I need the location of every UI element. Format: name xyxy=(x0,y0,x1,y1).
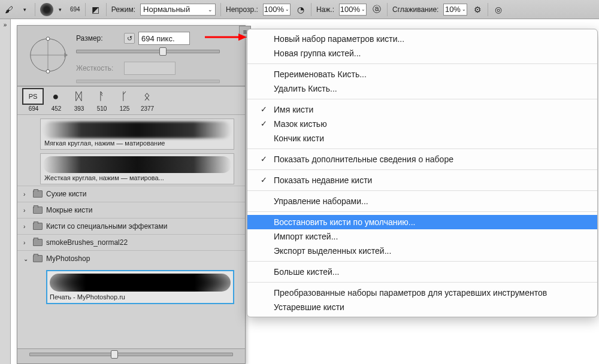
chevron-right-icon: › xyxy=(23,191,29,198)
menu-delete-brush[interactable]: Удалить Кисть... xyxy=(247,81,597,96)
brush-preset-picker[interactable]: ▾ xyxy=(40,3,65,16)
slider-thumb[interactable] xyxy=(111,350,118,359)
menu-brush-stroke[interactable]: Мазок кистью xyxy=(247,117,597,131)
svg-marker-7 xyxy=(238,34,247,41)
menu-legacy-brushes[interactable]: Устаревшие кисти xyxy=(247,300,597,314)
pressure-opacity-icon[interactable]: ◔ xyxy=(295,4,306,15)
gear-icon[interactable]: ⚙ xyxy=(472,4,483,15)
brush-settings-icon[interactable]: ◩ xyxy=(90,4,101,15)
menu-preset-manager[interactable]: Управление наборами... xyxy=(247,194,597,208)
left-sidebar: » xyxy=(0,19,11,364)
brush-preview-icon xyxy=(40,3,53,16)
separator xyxy=(311,3,311,16)
folder-icon xyxy=(33,239,43,246)
menu-import-brushes[interactable]: Импорт кистей... xyxy=(247,229,597,244)
brush-folder[interactable]: ›smokeBrushes_normal22 xyxy=(17,234,245,250)
size-slider[interactable] xyxy=(76,50,220,53)
recent-brush-item[interactable]: ᛞ393 xyxy=(68,88,90,112)
recent-brush-item[interactable]: ᚴ125 xyxy=(113,88,136,112)
reset-size-button[interactable]: ↺ xyxy=(124,33,135,44)
brush-folder[interactable]: ›Сухие кисти xyxy=(17,186,245,202)
menu-separator xyxy=(247,99,597,99)
size-label: Размер: xyxy=(76,34,120,43)
svg-point-3 xyxy=(46,37,50,41)
menu-brush-name[interactable]: Имя кисти xyxy=(247,102,597,117)
pressure-size-icon[interactable]: ◎ xyxy=(493,4,504,15)
flow-label: Наж.: xyxy=(316,5,334,14)
menu-separator xyxy=(247,282,597,283)
blend-mode-dropdown[interactable]: Нормальный ⌄ xyxy=(140,4,216,16)
folder-name: smokeBrushes_normal22 xyxy=(46,238,128,247)
recent-brush-item[interactable]: PS694 xyxy=(22,88,45,112)
brush-list[interactable]: Мягкая круглая, нажим — матирование Жест… xyxy=(17,115,245,348)
brush-preview-item-selected[interactable]: Печать - MyPhotoshop.ru xyxy=(46,270,234,304)
brush-preset-panel: ≡ Размер: ↺ 694 пикс. Жесткость: xyxy=(17,25,246,364)
recent-brush-size: 510 xyxy=(90,105,113,112)
chevron-down-icon: ⌄ xyxy=(23,256,29,262)
brush-folder[interactable]: ›Кисти со специальными эффектами xyxy=(17,218,245,234)
smoothing-field[interactable]: 10%⌄ xyxy=(443,4,467,16)
brush-tool-icon[interactable]: 🖌 xyxy=(4,4,14,15)
menu-separator xyxy=(247,63,597,64)
menu-separator xyxy=(247,211,597,212)
separator xyxy=(488,3,488,16)
chevron-down-icon: ⌄ xyxy=(208,7,213,13)
recent-brush-item[interactable]: ●452 xyxy=(45,88,68,112)
brush-preview-item[interactable]: Жесткая круглая, нажим — матирова... xyxy=(40,153,234,184)
chevron-down-icon: ⌄ xyxy=(285,7,289,12)
slider-thumb[interactable] xyxy=(159,47,167,56)
folder-name: Мокрые кисти xyxy=(46,206,93,214)
chevron-right-icon: › xyxy=(23,207,29,214)
annotation-arrow xyxy=(204,31,248,43)
preview-size-slider-row xyxy=(17,349,245,357)
recent-brush-size: 452 xyxy=(45,105,68,112)
menu-separator xyxy=(247,190,597,191)
menu-show-additional-info[interactable]: Показать дополнительные сведения о набор… xyxy=(247,152,597,166)
menu-new-group[interactable]: Новая группа кистей... xyxy=(247,46,597,60)
menu-show-recent[interactable]: Показать недавние кисти xyxy=(247,173,597,187)
menu-separator xyxy=(247,148,597,149)
separator xyxy=(35,3,35,16)
brush-size-label: 694 xyxy=(70,6,80,13)
airbrush-icon[interactable]: ⓐ xyxy=(371,4,382,15)
menu-rename-brush[interactable]: Переименовать Кисть... xyxy=(247,67,597,81)
folder-icon xyxy=(33,190,43,198)
recent-brush-size: 393 xyxy=(68,105,90,112)
recent-brush-item[interactable]: ᚨ510 xyxy=(90,88,113,112)
brush-folder[interactable]: ⌄MyPhotoshop xyxy=(17,250,245,266)
menu-restore-default-brushes[interactable]: Восстановить кисти по умолчанию... xyxy=(247,215,597,229)
folder-icon xyxy=(33,255,43,262)
brush-stroke-preview xyxy=(50,274,231,292)
menu-converted-legacy[interactable]: Преобразованные наборы параметров для ус… xyxy=(247,286,597,300)
brush-angle-preview[interactable] xyxy=(25,32,71,78)
menu-brush-tip[interactable]: Кончик кисти xyxy=(247,131,597,145)
chevron-right-icon: › xyxy=(23,223,29,230)
brush-folder[interactable]: ›Мокрые кисти xyxy=(17,202,245,218)
mode-label: Режим: xyxy=(111,5,135,14)
folder-name: Сухие кисти xyxy=(46,190,87,198)
separator xyxy=(220,3,221,16)
svg-point-4 xyxy=(46,69,50,73)
brush-preview-item[interactable]: Мягкая круглая, нажим — матирование xyxy=(40,119,234,150)
menu-export-brushes[interactable]: Экспорт выделенных кистей... xyxy=(247,244,597,258)
flow-value: 100% xyxy=(340,5,360,14)
svg-marker-5 xyxy=(64,53,68,57)
blend-mode-value: Нормальный xyxy=(143,5,190,14)
recent-brush-size: 694 xyxy=(22,105,45,112)
separator xyxy=(106,3,107,16)
folder-icon xyxy=(33,207,43,214)
folder-name: Кисти со специальными эффектами xyxy=(46,222,168,230)
opacity-field[interactable]: 100%⌄ xyxy=(263,4,291,16)
chevron-down-icon[interactable]: ▾ xyxy=(19,4,30,15)
expand-icon[interactable]: » xyxy=(0,19,10,28)
menu-new-preset[interactable]: Новый набор параметров кисти... xyxy=(247,32,597,46)
recent-brush-item[interactable]: ᛟ2377 xyxy=(136,88,159,112)
menu-more-brushes[interactable]: Больше кистей... xyxy=(247,265,597,279)
brush-stroke-preview xyxy=(43,122,231,138)
folder-icon xyxy=(33,223,43,230)
preview-size-slider[interactable] xyxy=(29,353,233,356)
flow-field[interactable]: 100%⌄ xyxy=(339,4,367,16)
menu-separator xyxy=(247,261,597,262)
chevron-down-icon[interactable]: ▾ xyxy=(55,4,65,15)
size-field[interactable]: 694 пикс. xyxy=(138,32,190,45)
